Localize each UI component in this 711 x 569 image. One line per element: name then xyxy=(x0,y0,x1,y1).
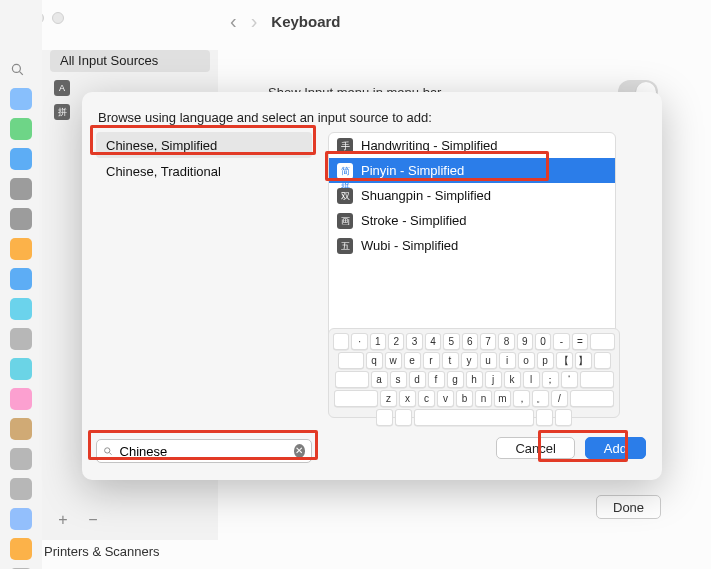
sidebar-app-icon[interactable] xyxy=(10,448,32,470)
sidebar-app-icon[interactable] xyxy=(10,328,32,350)
keyboard-key xyxy=(536,409,553,426)
keyboard-key: ， xyxy=(513,390,530,407)
back-arrow-icon[interactable]: ‹ xyxy=(230,10,237,33)
sidebar-app-icon[interactable] xyxy=(10,178,32,200)
sidebar-app-icon[interactable] xyxy=(10,208,32,230)
keyboard-key: 0 xyxy=(535,333,551,350)
keyboard-key: b xyxy=(456,390,473,407)
sidebar-app-icon[interactable] xyxy=(10,88,32,110)
sidebar-app-icon[interactable] xyxy=(10,148,32,170)
all-input-sources-header[interactable]: All Input Sources xyxy=(50,50,210,72)
add-button[interactable]: Add xyxy=(585,437,646,459)
input-source-item[interactable]: 五Wubi - Simplified xyxy=(329,233,615,258)
svg-line-1 xyxy=(20,72,23,75)
keyboard-key: 8 xyxy=(498,333,514,350)
forward-arrow-icon[interactable]: › xyxy=(251,10,258,33)
keyboard-key: d xyxy=(409,371,426,388)
input-source-label: Shuangpin - Simplified xyxy=(361,188,491,203)
input-source-badge-icon: 手 xyxy=(337,138,353,154)
keyboard-key: n xyxy=(475,390,492,407)
page-title: Keyboard xyxy=(271,13,340,30)
keyboard-key: - xyxy=(553,333,569,350)
keyboard-key: 3 xyxy=(406,333,422,350)
add-source-button[interactable]: + xyxy=(54,512,72,530)
sidebar-app-icon[interactable] xyxy=(10,508,32,530)
input-source-badge-icon: 简拼 xyxy=(337,163,353,179)
search-input[interactable] xyxy=(120,444,288,459)
svg-line-3 xyxy=(109,452,111,454)
keyboard-key: l xyxy=(523,371,540,388)
keyboard-key: 4 xyxy=(425,333,441,350)
printers-scanners-item[interactable]: Printers & Scanners xyxy=(44,544,160,559)
keyboard-key: e xyxy=(404,352,421,369)
keyboard-key xyxy=(395,409,412,426)
sidebar-app-icon[interactable] xyxy=(10,388,32,410)
input-source-badge-icon: 五 xyxy=(337,238,353,254)
language-item[interactable]: Chinese, Simplified xyxy=(96,132,312,158)
sidebar-app-icon[interactable] xyxy=(10,238,32,260)
input-source-label: Pinyin - Simplified xyxy=(361,163,464,178)
keyboard-key xyxy=(555,409,572,426)
keyboard-key: u xyxy=(480,352,497,369)
keyboard-key: p xyxy=(537,352,554,369)
keyboard-key: 9 xyxy=(517,333,533,350)
input-source-label: Handwriting - Simplified xyxy=(361,138,498,153)
keyboard-key: q xyxy=(366,352,383,369)
search-field[interactable]: ✕ xyxy=(96,439,312,463)
keyboard-key: f xyxy=(428,371,445,388)
keyboard-key: 5 xyxy=(443,333,459,350)
sidebar-app-icon[interactable] xyxy=(10,298,32,320)
keyboard-key: = xyxy=(572,333,588,350)
cancel-button[interactable]: Cancel xyxy=(496,437,574,459)
keyboard-key: k xyxy=(504,371,521,388)
clear-search-icon[interactable]: ✕ xyxy=(294,444,305,458)
keyboard-key: x xyxy=(399,390,416,407)
input-source-item[interactable]: 简拼Pinyin - Simplified xyxy=(329,158,615,183)
keyboard-key: w xyxy=(385,352,402,369)
header: ‹ › Keyboard xyxy=(230,10,341,33)
language-item[interactable]: Chinese, Traditional xyxy=(96,158,312,184)
input-source-badge: 拼 xyxy=(54,104,70,120)
done-button[interactable]: Done xyxy=(596,495,661,519)
keyboard-key: 【 xyxy=(556,352,573,369)
remove-source-button[interactable]: − xyxy=(84,512,102,530)
keyboard-key: ； xyxy=(542,371,559,388)
sidebar-app-icon[interactable] xyxy=(10,538,32,560)
keyboard-key: r xyxy=(423,352,440,369)
input-source-label: Stroke - Simplified xyxy=(361,213,466,228)
input-source-item[interactable]: 双Shuangpin - Simplified xyxy=(329,183,615,208)
keyboard-key: h xyxy=(466,371,483,388)
max-light[interactable] xyxy=(52,12,64,24)
keyboard-key: o xyxy=(518,352,535,369)
keyboard-key: 6 xyxy=(462,333,478,350)
keyboard-preview: ·1234567890-=qwertyuiop【】asdfghjkl；‘zxcv… xyxy=(328,328,620,418)
keyboard-key: m xyxy=(494,390,511,407)
add-input-source-modal: Browse using language and select an inpu… xyxy=(82,92,662,480)
keyboard-key: · xyxy=(351,333,367,350)
search-icon[interactable] xyxy=(10,62,30,82)
sidebar-app-icon[interactable] xyxy=(10,268,32,290)
sidebar-app-icon[interactable] xyxy=(10,478,32,500)
input-source-item[interactable]: 画Stroke - Simplified xyxy=(329,208,615,233)
sidebar-app-icon[interactable] xyxy=(10,118,32,140)
input-source-list: 手Handwriting - Simplified简拼Pinyin - Simp… xyxy=(328,132,616,352)
keyboard-key: ‘ xyxy=(561,371,578,388)
keyboard-key: j xyxy=(485,371,502,388)
input-source-badge: A xyxy=(54,80,70,96)
input-source-item[interactable]: 手Handwriting - Simplified xyxy=(329,133,615,158)
keyboard-key: z xyxy=(380,390,397,407)
input-source-badge-icon: 画 xyxy=(337,213,353,229)
language-list: Chinese, SimplifiedChinese, Traditional xyxy=(96,132,312,460)
keyboard-key: 7 xyxy=(480,333,496,350)
keyboard-key: c xyxy=(418,390,435,407)
keyboard-key: y xyxy=(461,352,478,369)
sidebar-app-icon[interactable] xyxy=(10,358,32,380)
sidebar-app-icon[interactable] xyxy=(10,418,32,440)
keyboard-key: v xyxy=(437,390,454,407)
keyboard-key xyxy=(376,409,393,426)
keyboard-key: 】 xyxy=(575,352,592,369)
keyboard-key: g xyxy=(447,371,464,388)
keyboard-key: a xyxy=(371,371,388,388)
keyboard-key: i xyxy=(499,352,516,369)
input-source-badge-icon: 双 xyxy=(337,188,353,204)
